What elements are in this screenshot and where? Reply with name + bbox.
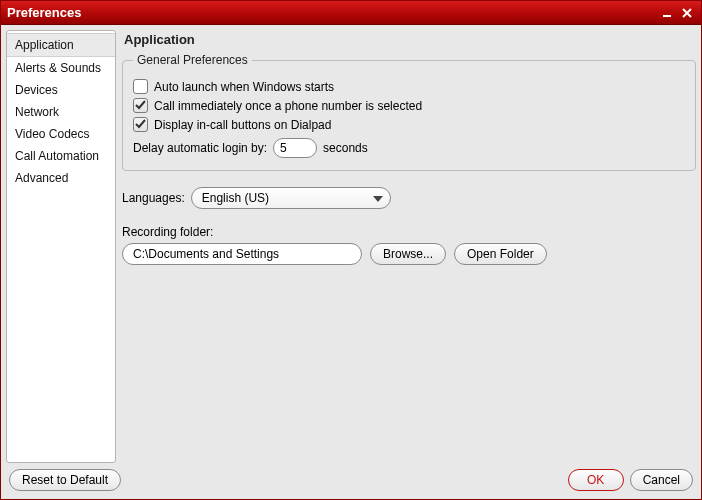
sidebar: Application Alerts & Sounds Devices Netw… xyxy=(6,30,116,463)
languages-label: Languages: xyxy=(122,191,185,205)
recording-path-input[interactable] xyxy=(122,243,362,265)
recording-section: Recording folder: Browse... Open Folder xyxy=(122,225,696,265)
sidebar-item-label: Application xyxy=(15,38,74,52)
sidebar-item-network[interactable]: Network xyxy=(7,101,115,123)
languages-select-wrap: English (US) xyxy=(191,187,391,209)
delay-row: Delay automatic login by: seconds xyxy=(133,138,685,158)
group-title: General Preferences xyxy=(133,53,252,67)
checkbox-display-incall[interactable] xyxy=(133,117,148,132)
window-title: Preferences xyxy=(7,5,655,20)
sidebar-item-label: Advanced xyxy=(15,171,68,185)
check-row-auto-launch: Auto launch when Windows starts xyxy=(133,79,685,94)
reset-to-default-button[interactable]: Reset to Default xyxy=(9,469,121,491)
sidebar-item-call-automation[interactable]: Call Automation xyxy=(7,145,115,167)
recording-row: Browse... Open Folder xyxy=(122,243,696,265)
titlebar: Preferences xyxy=(1,1,701,25)
sidebar-item-video-codecs[interactable]: Video Codecs xyxy=(7,123,115,145)
general-preferences-group: General Preferences Auto launch when Win… xyxy=(122,53,696,171)
sidebar-item-label: Call Automation xyxy=(15,149,99,163)
checkbox-auto-launch[interactable] xyxy=(133,79,148,94)
recording-label: Recording folder: xyxy=(122,225,696,239)
delay-input[interactable] xyxy=(273,138,317,158)
delay-prefix: Delay automatic login by: xyxy=(133,141,267,155)
main-panel: Application General Preferences Auto lau… xyxy=(122,30,696,463)
sidebar-item-alerts-sounds[interactable]: Alerts & Sounds xyxy=(7,57,115,79)
languages-selected: English (US) xyxy=(202,191,269,205)
delay-suffix: seconds xyxy=(323,141,368,155)
languages-row: Languages: English (US) xyxy=(122,187,696,209)
check-row-call-immediately: Call immediately once a phone number is … xyxy=(133,98,685,113)
sidebar-item-application[interactable]: Application xyxy=(7,33,115,57)
languages-select[interactable]: English (US) xyxy=(191,187,391,209)
sidebar-item-devices[interactable]: Devices xyxy=(7,79,115,101)
minimize-button[interactable] xyxy=(659,5,675,21)
preferences-window: Preferences Application Alerts & Sounds … xyxy=(0,0,702,500)
dialog-body: Application Alerts & Sounds Devices Netw… xyxy=(1,25,701,463)
checkbox-call-immediately[interactable] xyxy=(133,98,148,113)
checkbox-label: Auto launch when Windows starts xyxy=(154,80,334,94)
close-button[interactable] xyxy=(679,5,695,21)
panel-heading: Application xyxy=(122,30,696,53)
sidebar-item-label: Devices xyxy=(15,83,58,97)
checkbox-label: Display in-call buttons on Dialpad xyxy=(154,118,331,132)
sidebar-item-label: Video Codecs xyxy=(15,127,90,141)
open-folder-button[interactable]: Open Folder xyxy=(454,243,547,265)
footer: Reset to Default OK Cancel xyxy=(1,463,701,499)
sidebar-item-label: Alerts & Sounds xyxy=(15,61,101,75)
sidebar-item-label: Network xyxy=(15,105,59,119)
checkbox-label: Call immediately once a phone number is … xyxy=(154,99,422,113)
check-row-display-incall: Display in-call buttons on Dialpad xyxy=(133,117,685,132)
cancel-button[interactable]: Cancel xyxy=(630,469,693,491)
svg-rect-0 xyxy=(663,15,671,17)
ok-button[interactable]: OK xyxy=(568,469,624,491)
browse-button[interactable]: Browse... xyxy=(370,243,446,265)
sidebar-item-advanced[interactable]: Advanced xyxy=(7,167,115,189)
